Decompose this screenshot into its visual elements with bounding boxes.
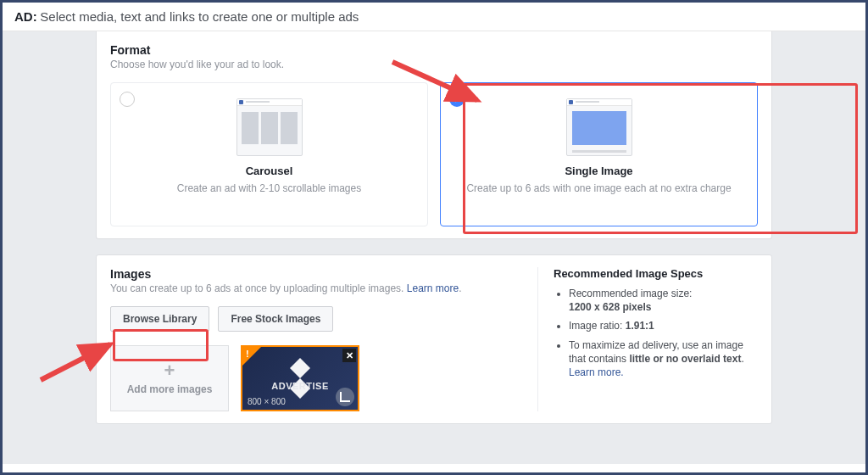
- option-title: Single Image: [449, 165, 748, 177]
- warning-icon: [242, 347, 261, 366]
- carousel-thumbnail: [236, 98, 303, 156]
- image-specs-panel: Recommended Image Specs Recommended imag…: [537, 267, 758, 411]
- format-option-carousel[interactable]: Carousel Create an ad with 2-10 scrollab…: [110, 82, 428, 226]
- option-desc: Create an ad with 2-10 scrollable images: [120, 182, 419, 194]
- option-title: Carousel: [120, 165, 419, 177]
- format-panel: Format Choose how you'd like your ad to …: [96, 31, 772, 239]
- crop-icon[interactable]: [336, 388, 354, 406]
- single-image-thumbnail: [566, 98, 632, 156]
- images-title: Images: [110, 267, 520, 281]
- format-option-single-image[interactable]: Single Image Create up to 6 ads with one…: [440, 82, 758, 226]
- free-stock-images-button[interactable]: Free Stock Images: [218, 306, 333, 332]
- header-prefix: AD:: [14, 9, 37, 24]
- spec-text-rule: To maximize ad delivery, use an image th…: [569, 338, 758, 380]
- option-desc: Create up to 6 ads with one image each a…: [449, 182, 748, 194]
- format-title: Format: [110, 43, 758, 57]
- specs-learn-more-link[interactable]: Learn more.: [569, 366, 624, 378]
- spec-size: Recommended image size: 1200 x 628 pixel…: [569, 287, 758, 314]
- plus-icon: +: [164, 361, 175, 380]
- image-dimensions: 800 × 800: [248, 397, 286, 406]
- add-more-images-tile[interactable]: + Add more images: [110, 345, 229, 411]
- add-more-label: Add more images: [127, 383, 213, 395]
- remove-image-button[interactable]: ✕: [342, 349, 356, 362]
- images-learn-more-link[interactable]: Learn more: [407, 282, 459, 294]
- format-subtitle: Choose how you'd like your ad to look.: [110, 59, 758, 70]
- browse-library-button[interactable]: Browse Library: [110, 306, 209, 332]
- specs-title: Recommended Image Specs: [554, 267, 758, 280]
- images-subtitle: You can create up to 6 ads at once by up…: [110, 282, 520, 294]
- radio-unchecked-icon: [120, 92, 135, 107]
- radio-checked-icon: [449, 92, 465, 107]
- image-graphic: [280, 358, 320, 399]
- images-panel: Images You can create up to 6 ads at onc…: [96, 254, 772, 424]
- spec-ratio: Image ratio: 1.91:1: [569, 319, 758, 332]
- page-header: AD: Select media, text and links to crea…: [3, 3, 865, 31]
- uploaded-image-tile[interactable]: ✕ ADVERTISE 800 × 800: [241, 345, 359, 411]
- header-title: Select media, text and links to create o…: [40, 9, 359, 24]
